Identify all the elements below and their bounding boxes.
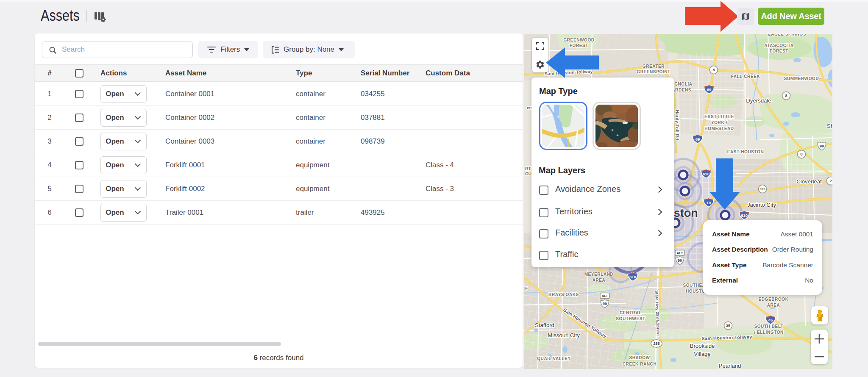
svg-text:69: 69 [696,137,700,141]
svg-text:Hardy Toll Rd: Hardy Toll Rd [675,110,680,140]
svg-text:SOUTHWEST: SOUTHWEST [616,316,645,321]
svg-text:ATASCOCITA: ATASCOCITA [764,43,793,48]
svg-text:QUAIL VALLEY: QUAIL VALLEY [537,356,571,361]
svg-text:Jacinto City: Jacinto City [747,202,776,208]
svg-text:EAST HOUSTON: EAST HOUSTON [727,150,764,154]
svg-text:69: 69 [707,87,712,92]
svg-text:8: 8 [712,68,715,72]
svg-text:Sh: Sh [827,123,832,129]
svg-text:HOMESTEAD: HOMESTEAD [704,126,734,131]
svg-text:SOUTH BELT: SOUTH BELT [754,324,783,329]
svg-text:8: 8 [800,152,802,156]
svg-text:35: 35 [726,324,730,328]
svg-text:90: 90 [603,302,607,306]
svg-text:YORK /: YORK / [711,120,727,125]
svg-text:OU: OU [525,172,531,176]
svg-text:FOREST: FOREST [770,49,788,53]
svg-text:Brookside: Brookside [690,343,715,349]
svg-text:2: 2 [829,179,832,183]
svg-text:/ ELLINGTON: / ELLINGTON [754,330,784,335]
svg-text:AREA: AREA [767,303,780,308]
svg-text:Cloverleaf: Cloverleaf [796,178,822,185]
svg-text:EDGEBROOK: EDGEBROOK [759,297,789,302]
svg-text:State Hwy 288 Express: State Hwy 288 Express [654,290,661,337]
svg-text:90: 90 [678,258,682,263]
svg-text:Sam Houston Tollway: Sam Houston Tollway [701,334,752,341]
svg-text:SUMMERWOOD: SUMMERWOOD [784,76,819,81]
svg-text:90: 90 [760,187,765,191]
svg-text:AREA: AREA [593,278,606,283]
svg-text:ALT: ALT [677,251,683,255]
svg-text:GREENWOOD: GREENWOOD [563,38,594,42]
svg-text:45: 45 [768,318,773,322]
svg-text:90: 90 [820,144,824,148]
svg-text:Pearland: Pearland [719,363,741,369]
svg-text:CREEK RANCH: CREEK RANCH [623,362,657,366]
svg-text:SHADOW: SHADOW [629,355,650,360]
svg-text:BRAYS OAKS: BRAYS OAKS [548,292,579,297]
svg-text:EAGLE SPRINGS: EAGLE SPRINGS [768,34,806,36]
svg-text:ALT: ALT [602,294,608,298]
svg-text:F: F [525,286,528,291]
svg-text:Stafford: Stafford [535,322,554,328]
svg-text:288: 288 [653,341,659,346]
svg-text:8: 8 [785,94,787,98]
svg-text:CENTRAL: CENTRAL [620,310,642,315]
svg-text:610: 610 [629,274,636,279]
svg-text:Village: Village [694,351,710,357]
svg-text:610: 610 [741,213,748,218]
svg-text:GREATER: GREATER [643,64,665,69]
svg-text:FALL CREEK: FALL CREEK [731,74,760,79]
svg-text:GREENSPOINT: GREENSPOINT [637,69,670,74]
svg-text:EAST LITTLE: EAST LITTLE [704,114,734,119]
svg-text:Missouri City: Missouri City [548,332,580,338]
svg-text:Dyersdale: Dyersdale [746,97,771,104]
svg-text:RT: RT [525,166,531,171]
